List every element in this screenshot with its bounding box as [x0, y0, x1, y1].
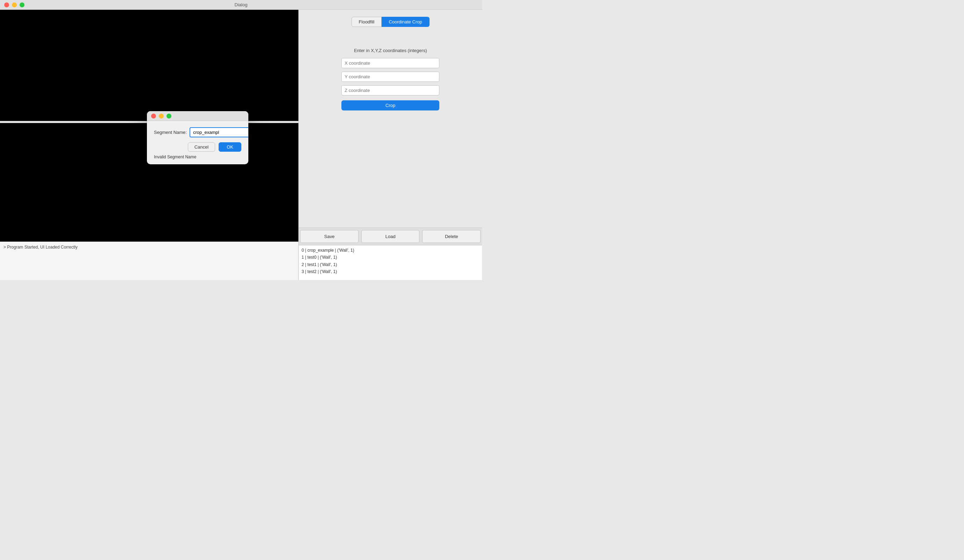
canvas-area[interactable]: Segment Name: Cancel OK Invalid Segment … [0, 10, 298, 242]
load-button[interactable]: Load [362, 230, 420, 243]
tab-row: Floodfill Coordinate Crop [307, 17, 474, 27]
error-message: Invalid Segment Name [154, 154, 241, 159]
window-title: Dialog [235, 2, 248, 7]
y-coordinate-input[interactable] [341, 71, 439, 82]
right-bottom: Save Load Delete 0 | crop_example | ('Wa… [299, 227, 482, 280]
save-load-row: Save Load Delete [299, 227, 482, 245]
log-area: > Program Started, UI Loaded Correctly [0, 242, 298, 280]
crop-button[interactable]: Crop [341, 100, 439, 110]
right-top: Floodfill Coordinate Crop Enter in X,Y,Z… [299, 10, 482, 227]
main-layout: Segment Name: Cancel OK Invalid Segment … [0, 10, 482, 280]
dialog-close-button[interactable] [151, 114, 156, 118]
list-item[interactable]: 0 | crop_example | ('Wall', 1) [301, 247, 479, 254]
tab-floodfill[interactable]: Floodfill [352, 17, 382, 27]
dialog-controls [151, 114, 171, 118]
titlebar: Dialog [0, 0, 482, 10]
list-item[interactable]: 3 | test2 | ('Wall', 1) [301, 268, 479, 275]
dialog-buttons: Cancel OK [154, 142, 241, 152]
dialog-titlebar [147, 111, 248, 121]
ok-button[interactable]: OK [218, 142, 241, 152]
maximize-button[interactable] [20, 2, 24, 7]
minimize-button[interactable] [12, 2, 17, 7]
dialog-body: Segment Name: Cancel OK Invalid Segment … [147, 121, 248, 164]
dialog-minimize-button[interactable] [159, 114, 164, 118]
delete-button[interactable]: Delete [422, 230, 480, 243]
segment-name-label: Segment Name: [154, 130, 187, 135]
segment-name-input[interactable] [190, 127, 248, 137]
right-panel: Floodfill Coordinate Crop Enter in X,Y,Z… [299, 10, 482, 280]
z-coordinate-input[interactable] [341, 85, 439, 96]
log-message: > Program Started, UI Loaded Correctly [3, 245, 78, 250]
dialog-overlay: Segment Name: Cancel OK Invalid Segment … [0, 10, 298, 242]
save-button[interactable]: Save [300, 230, 358, 243]
dialog-maximize-button[interactable] [166, 114, 171, 118]
cancel-button[interactable]: Cancel [188, 142, 215, 152]
x-coordinate-input[interactable] [341, 58, 439, 68]
list-item[interactable]: 2 | test1 | ('Wall', 1) [301, 261, 479, 268]
segment-list: 0 | crop_example | ('Wall', 1)1 | test0 … [299, 245, 482, 280]
tab-coordinate-crop[interactable]: Coordinate Crop [382, 17, 429, 27]
window-controls [4, 2, 24, 7]
coord-section: Enter in X,Y,Z coordinates (integers) Cr… [307, 48, 474, 110]
left-panel: Segment Name: Cancel OK Invalid Segment … [0, 10, 299, 280]
dialog-field-row: Segment Name: [154, 127, 241, 137]
coord-section-label: Enter in X,Y,Z coordinates (integers) [354, 48, 427, 53]
dialog-box: Segment Name: Cancel OK Invalid Segment … [147, 111, 248, 164]
close-button[interactable] [4, 2, 9, 7]
list-item[interactable]: 1 | test0 | ('Wall', 1) [301, 254, 479, 261]
